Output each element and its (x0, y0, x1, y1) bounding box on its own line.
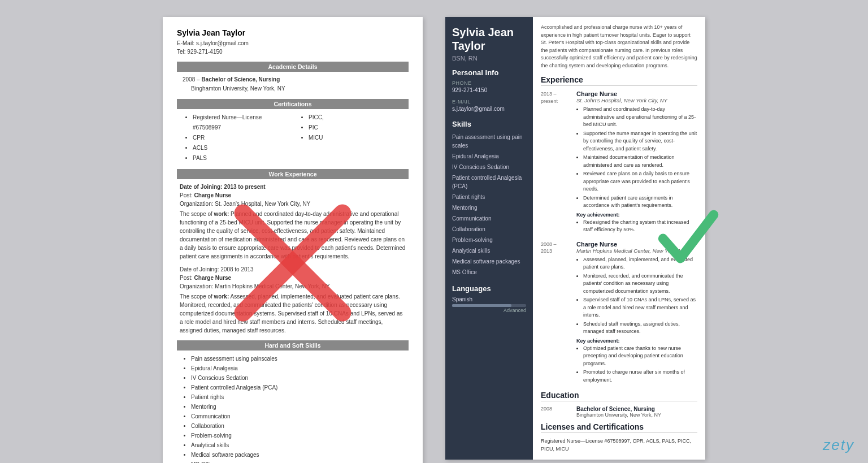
skills-section-left: Pain assessment using painscales Epidura… (177, 354, 409, 463)
cert-item: ACLS (193, 143, 287, 153)
bullet-item: Maintained documentation of medication a… (583, 154, 697, 169)
skill-item: Collaboration (191, 421, 409, 431)
resume-sidebar: Sylvia Jean Taylor BSN, RN Personal Info… (445, 17, 533, 460)
edu-degree-right: Bachelor of Science, Nursing (576, 406, 661, 412)
key-achievement-label-1: Key achievement: (576, 212, 697, 218)
work-org-1: Organization: St. Jean's Hospital, New Y… (180, 200, 406, 208)
bullet-item: Determined patient care assignments in a… (583, 194, 697, 210)
bullet-item: Supported the nurse manager in operating… (583, 130, 697, 153)
key-achievement-label-2: Key achievement: (576, 338, 697, 344)
work-date-2: Date of Joining: 2008 to 2013 (180, 265, 406, 274)
lang-item-right: Spanish (452, 296, 526, 302)
skills-title: Skills (452, 120, 526, 128)
lang-bar-fill (452, 304, 511, 307)
bullet-item: Reviewed care plans on a daily basis to … (583, 170, 697, 193)
bullet-item: Scheduled staff meetings, assigned dutie… (583, 321, 697, 336)
left-email: E-Mail: s.j.taylor@gmail.com (177, 39, 409, 47)
skill-item: Patient rights (191, 392, 409, 402)
email-value: s.j.taylor@gmail.com (452, 105, 526, 113)
cert-item: CPR (193, 133, 287, 143)
skill-item: IV Conscious Sedation (191, 373, 409, 383)
work-desc-2: The scope of work: Assessed, planned, im… (180, 292, 406, 335)
email-label: E-mail (452, 99, 526, 105)
exp-year-2: 2008 –2013 (541, 241, 572, 386)
skill-right: Analytical skills (452, 245, 526, 256)
bullet-item: Assessed, planned, implemented, and eval… (583, 256, 697, 271)
edu-degree-left: Bachelor of Science, Nursing (201, 76, 280, 83)
edu-year-left: 2008 – (183, 76, 201, 83)
left-tel: Tel: 929-271-4150 (177, 47, 409, 56)
skill-item: Epidural Analgesia (191, 364, 409, 373)
exp-title-1: Charge Nurse (576, 90, 697, 97)
exp-company-1: St. John's Hospital, New York City, NY (576, 97, 697, 103)
skill-item: Communication (191, 412, 409, 421)
skills-list-right: Pain assessment using pain scales Epidur… (452, 132, 526, 278)
personal-info-title: Personal Info (452, 68, 526, 77)
skill-item: Pain assessment using painscales (191, 354, 409, 364)
right-resume: Sylvia Jean Taylor BSN, RN Personal Info… (445, 17, 705, 460)
edu-item-left: 2008 – Bachelor of Science, Nursing Bing… (177, 75, 409, 93)
bullet-item: Planned and coordinated day-to-day admin… (583, 106, 697, 129)
cert-item: MICU (309, 133, 403, 143)
skills-header: Hard and Soft Skills (177, 340, 409, 351)
key-achievement-text-2: Optimized patient care thanks to new nur… (576, 345, 697, 384)
exp-year-1: 2013 –present (541, 90, 572, 235)
work-header: Work Experience (177, 169, 409, 179)
lang-level: Advanced (452, 308, 526, 313)
skill-right: Pain assessment using pain scales (452, 132, 526, 151)
bullet-item: Monitored, recorded, and communicated th… (583, 272, 697, 296)
education-title: Education (541, 391, 697, 401)
resume-main-content: Accomplished and professional charge nur… (533, 17, 705, 460)
left-name: Sylvia Jean Taylor (177, 28, 409, 37)
edu-school-right: Binghamton University, New York, NY (576, 412, 661, 418)
skill-right: Medical software packages (452, 256, 526, 267)
sidebar-name-block: Sylvia Jean Taylor BSN, RN (452, 25, 526, 62)
skill-right: Collaboration (452, 224, 526, 235)
certs-list: Registered Nurse—License #67508997 CPR A… (177, 112, 409, 163)
languages-title: Languages (452, 284, 526, 293)
cert-item: Registered Nurse—License #67508997 (193, 112, 287, 133)
bullet-item: Supervised staff of 10 CNAs and LPNs, se… (583, 296, 697, 319)
zety-logo: zety (823, 436, 854, 454)
skill-right: IV Conscious Sedation (452, 162, 526, 172)
work-post-2: Post: Charge Nurse (180, 274, 406, 282)
exp-detail-2: Charge Nurse Martin Hopkins Medical Cent… (576, 241, 697, 386)
skill-item: Problem-solving (191, 431, 409, 440)
exp-item-2: 2008 –2013 Charge Nurse Martin Hopkins M… (541, 241, 697, 386)
skill-item: Analytical skills (191, 440, 409, 450)
skill-right: Mentoring (452, 202, 526, 213)
key-achievement-text-1: Redesigned the charting system that incr… (576, 219, 697, 234)
skill-item: Patient controlled Analgesia (PCA) (191, 383, 409, 392)
academic-header: Academic Details (177, 62, 409, 72)
lang-bar-bg (452, 304, 526, 307)
skill-right: Epidural Analgesia (452, 151, 526, 162)
skill-right: Patient controlled Analgesia (PCA) (452, 172, 526, 192)
skill-right: MS Office (452, 267, 526, 278)
work-date-1: Date of Joining: 2013 to present (180, 183, 406, 191)
exp-company-2: Martin Hopkins Medical Center, New York,… (576, 248, 697, 254)
bullet-item: Optimized patient care thanks to new nur… (583, 345, 697, 368)
phone-label: Phone (452, 80, 526, 86)
skill-right: Communication (452, 213, 526, 224)
left-resume: Sylvia Jean Taylor E-Mail: s.j.taylor@gm… (163, 17, 423, 463)
cert-item: PALS (193, 153, 287, 163)
phone-value: 929-271-4150 (452, 86, 526, 94)
edu-school-left: Binghamton University, New York, NY (183, 84, 409, 93)
certs-header: Certifications (177, 99, 409, 109)
exp-title-2: Charge Nurse (576, 241, 697, 248)
skill-right: Patient rights (452, 192, 526, 202)
education-section-right: 2008 Bachelor of Science, Nursing Bingha… (541, 406, 697, 418)
exp-item-1: 2013 –present Charge Nurse St. John's Ho… (541, 90, 697, 235)
exp-bullets-2: Assessed, planned, implemented, and eval… (576, 256, 697, 336)
edu-details-right: Bachelor of Science, Nursing Binghamton … (576, 406, 661, 418)
exp-detail-1: Charge Nurse St. John's Hospital, New Yo… (576, 90, 697, 235)
exp-bullets-1: Planned and coordinated day-to-day admin… (576, 106, 697, 210)
skill-right: Problem-solving (452, 235, 526, 245)
work-desc-1: The scope of work: Planned and coordinat… (180, 210, 406, 261)
edu-year-right: 2008 (541, 406, 572, 418)
work-content: Date of Joining: 2013 to present Post: C… (177, 183, 409, 335)
certs-title-right: Licenses and Certifications (541, 422, 697, 433)
bullet-item: Redesigned the charting system that incr… (583, 219, 697, 234)
cert-item: PIC (309, 123, 403, 133)
skill-item: Medical software packages (191, 450, 409, 460)
